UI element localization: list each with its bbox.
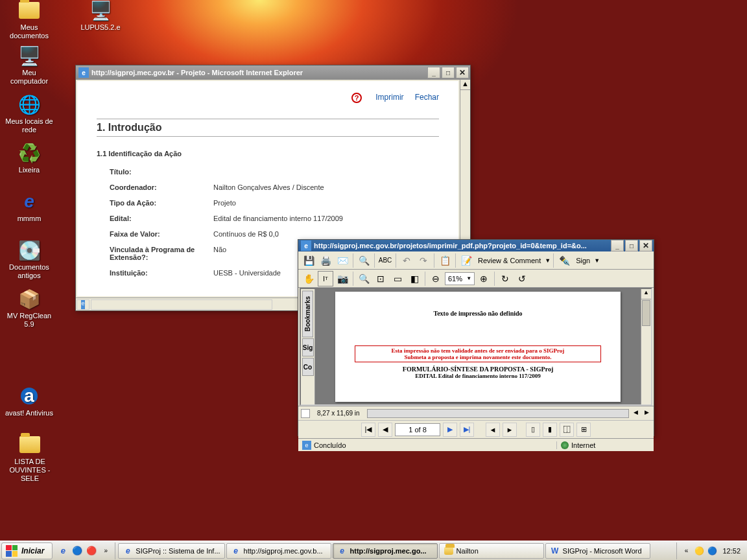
desktop-icon-label: Meu computador (3, 69, 55, 86)
desktop-icon-label: mmmm (3, 215, 55, 223)
continuous-facing-icon[interactable]: ⊞ (576, 423, 591, 437)
desktop-icon-label: LUPUS5.2.e (75, 23, 126, 32)
desktop-icon-regclean[interactable]: 📦 MV RegClean 5.9 (3, 288, 55, 329)
chevron-expand-icon[interactable]: « (681, 546, 691, 556)
tray-icon[interactable]: 🟡 (694, 546, 704, 556)
actual-size-icon[interactable]: ◧ (407, 271, 422, 286)
desktop-icon-ie[interactable]: e mmmm (3, 191, 55, 223)
continuous-icon[interactable]: ▮ (543, 423, 557, 437)
network-icon: 🌐 (19, 94, 40, 115)
clock[interactable]: 12:52 (720, 547, 743, 555)
window-pdf-reader[interactable]: e http://sigproj.mec.gov.br/projetos/imp… (298, 239, 654, 436)
print-link[interactable]: Imprimir (375, 93, 403, 102)
close-button[interactable]: ✕ (639, 240, 652, 251)
rotate-ccw-icon[interactable]: ↺ (514, 271, 530, 286)
comments-tab[interactable]: Co (302, 358, 314, 376)
media-player-icon[interactable]: 🔵 (71, 544, 84, 557)
close-link[interactable]: Fechar (415, 93, 439, 102)
field-value (213, 168, 439, 176)
minimize-button[interactable]: _ (611, 240, 624, 251)
document-area: Bookmarks Sig Co Texto de impressão não … (300, 288, 652, 406)
desktop-icon-network[interactable]: 🌐 Meus locais de rede (3, 94, 55, 134)
zoom-in-icon[interactable]: ⊕ (476, 271, 492, 286)
chevron-left-icon[interactable] (301, 409, 310, 418)
zoom-combo[interactable]: 61% ▼ (445, 272, 475, 285)
page-input[interactable] (395, 423, 440, 436)
close-button[interactable]: ✕ (456, 67, 469, 78)
sign-label[interactable]: Sign (573, 257, 593, 264)
field-row: Edital:Edital de financiamento interno 1… (97, 211, 439, 226)
form-subtitle: EDITAL Edital de financiamento interno 1… (355, 373, 601, 379)
task-button-pdf[interactable]: ehttp://sigproj.mec.go... (333, 543, 438, 559)
desktop-icon-old-docs[interactable]: 💽 Documentos antigos (0, 240, 58, 280)
titlebar[interactable]: e http://sigproj.mec.gov.br/projetos/imp… (298, 240, 654, 251)
copy-icon[interactable]: 📋 (437, 253, 453, 268)
maximize-button[interactable]: □ (625, 240, 638, 251)
field-value: Edital de financiamento interno 117/2009 (213, 215, 439, 222)
task-button-sigproj2[interactable]: ehttp://sigproj.mec.gov.b... (226, 543, 331, 559)
single-page-icon[interactable]: ▯ (526, 423, 540, 437)
avast-icon: a (19, 386, 40, 406)
hand-tool-icon[interactable]: ✋ (301, 271, 316, 286)
titlebar[interactable]: e http://sigproj.mec.gov.br - Projeto - … (76, 65, 470, 80)
show-desktop-icon[interactable]: 🔴 (85, 544, 98, 557)
redo-icon[interactable]: ↷ (416, 253, 431, 268)
task-button-sigproj[interactable]: eSIGProj :: Sistema de Inf... (118, 543, 224, 559)
drive-icon: 💽 (19, 240, 40, 261)
ie-icon: e (302, 441, 311, 450)
fit-page-icon[interactable]: ▭ (390, 271, 405, 286)
review-label[interactable]: Review & Comment (475, 257, 543, 264)
desktop-icon-avast[interactable]: a avast! Antivirus (3, 386, 55, 417)
save-icon[interactable]: 💾 (301, 253, 316, 268)
rotate-cw-icon[interactable]: ↻ (497, 271, 513, 286)
page-viewport[interactable]: Texto de impressão não definido Esta imp… (315, 289, 641, 404)
undo-icon[interactable]: ↶ (399, 253, 414, 268)
spellcheck-icon[interactable]: ABC (377, 253, 393, 268)
tray-icon[interactable]: 🔵 (707, 546, 717, 556)
desktop-icon-lupus[interactable]: 🖥️ LUPUS5.2.e (75, 0, 126, 32)
last-page-button[interactable]: ▶| (460, 423, 474, 437)
status-text: Concluído (314, 441, 346, 449)
desktop-icon-my-documents[interactable]: Meus documentos (3, 0, 55, 40)
desktop-icon-recycle-bin[interactable]: ♻️ Lixeira (3, 143, 55, 174)
task-button-nailton[interactable]: Nailton (439, 543, 544, 559)
print-icon[interactable]: 🖨️ (318, 253, 333, 268)
prev-page-button[interactable]: ◀ (378, 423, 392, 437)
email-icon[interactable]: ✉️ (335, 253, 350, 268)
desktop-icon-label: MV RegClean 5.9 (3, 312, 55, 329)
zoom-in-icon[interactable]: 🔍 (356, 271, 372, 286)
zoom-rect-icon[interactable]: ⊡ (373, 271, 388, 286)
taskbar: Iniciar e 🔵 🔴 » eSIGProj :: Sistema de I… (0, 541, 747, 560)
maximize-button[interactable]: □ (442, 67, 455, 78)
first-page-button[interactable]: |◀ (361, 423, 375, 437)
sign-icon[interactable]: ✒️ (556, 253, 572, 268)
text-select-icon[interactable]: IT (318, 271, 333, 286)
forward-button[interactable]: ► (503, 423, 517, 437)
bookmarks-tab[interactable]: Bookmarks (302, 290, 313, 337)
recycle-bin-icon: ♻️ (19, 143, 40, 163)
chevron-expand-icon[interactable]: » (99, 544, 112, 557)
side-tabs: Bookmarks Sig Co (301, 289, 315, 404)
snapshot-icon[interactable]: 📷 (335, 271, 350, 286)
signatures-tab[interactable]: Sig (302, 338, 314, 356)
zoom-out-icon[interactable]: ⊖ (428, 271, 444, 286)
task-button-word[interactable]: WSIGProj - Microsoft Word (545, 543, 650, 559)
field-key: Tipo da Ação: (110, 199, 213, 207)
facing-icon[interactable]: ⿰ (560, 423, 574, 437)
window-title: http://sigproj.mec.gov.br/projetos/impri… (314, 242, 611, 250)
field-value: Nailton Gonçalves Alves / Discente (213, 183, 439, 191)
back-button[interactable]: ◄ (486, 423, 500, 437)
task-buttons: eSIGProj :: Sistema de Inf... ehttp://si… (115, 542, 676, 559)
start-button[interactable]: Iniciar (1, 542, 53, 559)
desktop-icon-my-computer[interactable]: 🖥️ Meu computador (3, 45, 55, 86)
desktop-icon-lista[interactable]: LISTA DE OUVINTES - SELE (0, 434, 60, 484)
desktop-icon-label: Lixeira (3, 166, 55, 174)
desktop-icon-label: LISTA DE OUVINTES - SELE (0, 458, 60, 484)
scrollbar[interactable]: ▲ (641, 289, 651, 404)
horizontal-scrollbar[interactable] (367, 409, 629, 418)
note-icon[interactable]: 📝 (458, 253, 474, 268)
search-icon[interactable]: 🔍 (356, 253, 372, 268)
minimize-button[interactable]: _ (427, 67, 440, 78)
next-page-button[interactable]: ▶ (443, 423, 457, 437)
ie-icon[interactable]: e (56, 544, 69, 557)
